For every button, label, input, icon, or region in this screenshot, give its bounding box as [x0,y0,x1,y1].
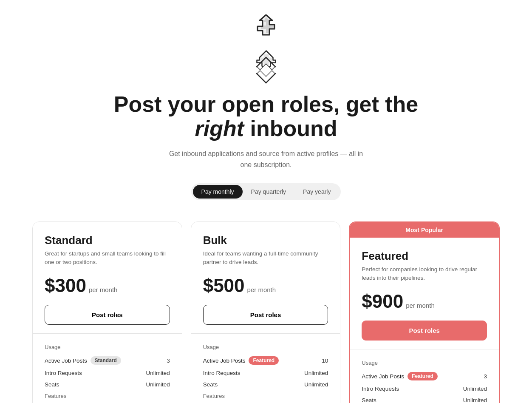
usage-title-bulk: Usage [203,344,328,350]
usage-title-standard: Usage [45,344,170,350]
usage-label-seats-bulk: Seats [203,381,218,388]
usage-value-seats-bulk: Unlimited [304,381,328,388]
plan-card-standard: Standard Great for startups and small te… [32,221,182,403]
plan-features-featured: Usage Active Job Posts Featured 3 Intro … [350,349,499,403]
usage-label-seats-standard: Seats [45,381,59,388]
usage-value-intro-featured: Unlimited [463,386,487,392]
billing-toggle: Pay monthly Pay quarterly Pay yearly [191,183,341,200]
usage-row-job-posts-bulk: Active Job Posts Featured 10 [203,356,328,365]
usage-row-job-posts-featured: Active Job Posts Featured 3 [362,372,487,380]
usage-label-seats-featured: Seats [362,397,376,403]
usage-label-job-posts-featured: Active Job Posts [362,373,404,380]
usage-row-job-posts-standard: Active Job Posts Standard 3 [45,356,170,365]
site-logo [254,57,278,84]
features-title-bulk: Features [203,393,328,399]
plan-header-featured: Featured Perfect for companies looking t… [350,238,499,349]
plan-price-featured: $900 per month [362,291,487,312]
plan-header-standard: Standard Great for startups and small te… [33,222,182,334]
usage-row-seats-standard: Seats Unlimited [45,381,170,388]
price-period-featured: per month [406,302,435,309]
usage-left-bulk: Active Job Posts Featured [203,356,279,365]
billing-monthly-btn[interactable]: Pay monthly [193,185,243,199]
plan-header-bulk: Bulk Ideal for teams wanting a full-time… [191,222,340,334]
price-period-bulk: per month [247,286,276,293]
plan-description-standard: Great for startups and small teams looki… [45,250,170,267]
price-amount-featured: $900 [362,291,403,312]
plan-description-bulk: Ideal for teams wanting a full-time comm… [203,250,328,267]
plan-card-bulk: Bulk Ideal for teams wanting a full-time… [191,221,341,403]
price-amount-bulk: $500 [203,275,245,296]
logo-wrapper [254,57,278,85]
plan-price-standard: $300 per month [45,275,170,296]
post-roles-btn-bulk[interactable]: Post roles [203,305,328,325]
logo-area [253,13,279,40]
plans-container: Standard Great for startups and small te… [32,221,500,403]
usage-value-job-posts-standard: 3 [167,358,170,364]
plan-features-bulk: Usage Active Job Posts Featured 10 Intro… [191,334,340,403]
plan-name-bulk: Bulk [203,234,328,247]
usage-left-featured: Active Job Posts Featured [362,372,437,380]
plan-name-featured: Featured [362,250,487,263]
usage-value-seats-standard: Unlimited [146,381,170,388]
billing-quarterly-btn[interactable]: Pay quarterly [243,185,294,199]
hero-title: Post your open roles, get the right inbo… [100,92,432,141]
plan-description-featured: Perfect for companies looking to drive r… [362,265,487,283]
usage-row-intro-bulk: Intro Requests Unlimited [203,370,328,376]
plan-name-standard: Standard [45,234,170,247]
most-popular-banner: Most Popular [350,222,499,238]
usage-label-intro-standard: Intro Requests [45,370,82,376]
usage-value-intro-standard: Unlimited [146,370,170,376]
billing-yearly-btn[interactable]: Pay yearly [294,185,339,199]
usage-value-intro-bulk: Unlimited [304,370,328,376]
usage-value-seats-featured: Unlimited [463,397,487,403]
price-amount-standard: $300 [45,275,86,296]
usage-title-featured: Usage [362,360,487,366]
plan-price-bulk: $500 per month [203,275,328,296]
plan-card-featured: Most Popular Featured Perfect for compan… [349,221,500,403]
usage-row-seats-bulk: Seats Unlimited [203,381,328,388]
post-roles-btn-standard[interactable]: Post roles [45,305,170,325]
usage-value-job-posts-featured: 3 [484,373,487,380]
badge-featured-plan: Featured [407,372,438,380]
usage-label-intro-bulk: Intro Requests [203,370,241,376]
usage-value-job-posts-bulk: 10 [322,358,328,364]
hero-title-end: inbound [244,116,337,141]
hero-title-italic: right [195,116,244,141]
usage-row-intro-featured: Intro Requests Unlimited [362,386,487,392]
hero-subtitle: Get inbound applications and source from… [164,148,368,170]
usage-row-intro-standard: Intro Requests Unlimited [45,370,170,376]
usage-label-job-posts-standard: Active Job Posts [45,358,87,364]
post-roles-btn-featured[interactable]: Post roles [362,321,487,341]
price-period-standard: per month [89,286,118,293]
usage-row-seats-featured: Seats Unlimited [362,397,487,403]
brand-logo [253,13,279,38]
usage-label-job-posts-bulk: Active Job Posts [203,358,246,364]
badge-standard: Standard [91,356,121,365]
plan-features-standard: Usage Active Job Posts Standard 3 Intro … [33,334,182,403]
features-title-standard: Features [45,393,170,399]
usage-left-standard: Active Job Posts Standard [45,356,121,365]
hero-title-start: Post your open roles, get the [114,92,419,116]
badge-featured-bulk: Featured [249,356,279,365]
usage-label-intro-featured: Intro Requests [362,386,399,392]
